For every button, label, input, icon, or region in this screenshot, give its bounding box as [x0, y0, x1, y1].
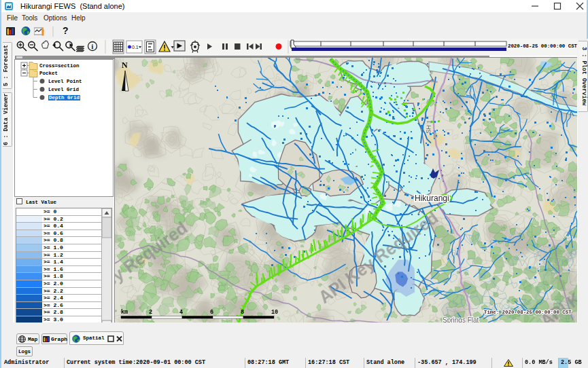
svg-text:2: 2 — [149, 309, 152, 316]
svg-text:2020-08-25 00:00:00 CST: 2020-08-25 00:00:00 CST — [508, 43, 578, 49]
svg-text:Hikurangi: Hikurangi — [415, 194, 449, 203]
svg-text:SH 1: SH 1 — [425, 119, 433, 134]
svg-text:10: 10 — [271, 309, 278, 316]
svg-text:0.1: 0.1 — [132, 45, 139, 50]
svg-text:km: km — [121, 309, 128, 316]
svg-text:N: N — [122, 60, 128, 70]
svg-text:4: 4 — [179, 309, 183, 316]
svg-text:Springs Flat: Springs Flat — [443, 316, 479, 323]
svg-text:6: 6 — [210, 309, 213, 316]
svg-text:8: 8 — [241, 309, 244, 316]
svg-text:i: i — [92, 43, 94, 50]
svg-text:Time: 2020-08-25 00:00:00 CST: Time: 2020-08-25 00:00:00 CST — [484, 310, 572, 315]
